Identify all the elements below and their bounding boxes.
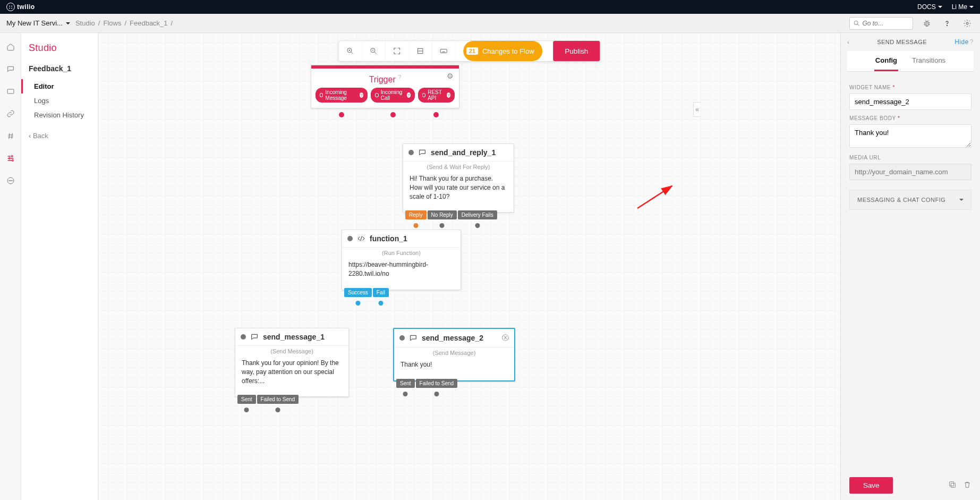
- tab-config[interactable]: Config: [874, 51, 898, 71]
- media-url-input[interactable]: [849, 164, 972, 180]
- config-panel: ‹ SEND MESSAGE Hide? Config Transitions …: [840, 33, 980, 500]
- svg-line-29: [374, 52, 377, 54]
- user-menu[interactable]: Li Me: [952, 3, 974, 11]
- pill-sent[interactable]: Sent: [237, 395, 256, 404]
- twilio-logo-icon: ∷: [6, 3, 15, 11]
- app-switcher[interactable]: My New IT Servi...: [6, 19, 70, 27]
- rail-more-icon[interactable]: [4, 174, 17, 187]
- rail-flow-icon[interactable]: [4, 152, 17, 165]
- zoom-in-icon[interactable]: [339, 41, 362, 61]
- widget-name-input[interactable]: [849, 94, 972, 110]
- trigger-chip-incoming-message[interactable]: Incoming Message?: [316, 88, 368, 103]
- help-icon[interactable]: [941, 17, 953, 30]
- label-widget-name: WIDGET NAME *: [849, 84, 972, 90]
- svg-point-23: [12, 180, 12, 181]
- docs-link[interactable]: DOCS: [917, 3, 942, 11]
- chevron-down-icon: [959, 199, 964, 201]
- nav-editor[interactable]: Editor: [21, 79, 98, 94]
- breadcrumb-flows[interactable]: Flows: [103, 19, 121, 27]
- svg-rect-40: [950, 482, 954, 486]
- input-port[interactable]: [408, 150, 414, 155]
- pill-reply[interactable]: Reply: [405, 210, 427, 219]
- svg-point-10: [947, 25, 947, 26]
- changes-pill[interactable]: 21 Changes to Flow: [463, 41, 543, 61]
- save-button[interactable]: Save: [849, 477, 893, 494]
- side-panel: Studio Feedback_1 Editor Logs Revision H…: [21, 33, 98, 500]
- global-search[interactable]: [849, 17, 913, 30]
- svg-rect-39: [951, 483, 955, 487]
- pill-no-reply[interactable]: No Reply: [428, 210, 457, 219]
- pill-fail[interactable]: Fail: [373, 288, 389, 297]
- svg-line-9: [928, 20, 928, 21]
- gear-icon[interactable]: ⚙: [447, 72, 454, 80]
- debug-icon[interactable]: [921, 17, 933, 30]
- node-function[interactable]: function_1 (Run Function) https://beaver…: [342, 230, 461, 290]
- chat-icon: [418, 148, 427, 157]
- panel-hide[interactable]: Hide?: [955, 38, 974, 46]
- pill-success[interactable]: Success: [344, 288, 372, 297]
- copy-icon[interactable]: [948, 480, 957, 490]
- tab-transitions[interactable]: Transitions: [911, 51, 947, 71]
- flow-name: Feedback_1: [29, 64, 98, 73]
- collapse-panel-icon[interactable]: «: [693, 102, 701, 117]
- keyboard-icon[interactable]: [432, 41, 456, 61]
- node-subtitle: (Send Message): [394, 348, 514, 360]
- trash-icon[interactable]: [963, 480, 972, 490]
- publish-button[interactable]: Publish: [553, 41, 600, 61]
- fit-screen-icon[interactable]: [386, 41, 409, 61]
- flow-canvas[interactable]: 21 Changes to Flow Publish: [98, 33, 840, 500]
- node-send-and-reply[interactable]: send_and_reply_1 (Send & Wait For Reply)…: [403, 143, 514, 213]
- breadcrumb-flow[interactable]: Feedback_1: [130, 19, 168, 27]
- svg-rect-12: [7, 89, 14, 94]
- node-body: https://beaver-hummingbird-2280.twil.io/…: [342, 260, 461, 284]
- rail-chat-icon[interactable]: [4, 63, 17, 75]
- pill-sent[interactable]: Sent: [396, 379, 415, 388]
- breadcrumb-studio[interactable]: Studio: [75, 19, 95, 27]
- input-port[interactable]: [241, 334, 246, 340]
- accordion-messaging-config[interactable]: MESSAGING & CHAT CONFIG: [849, 190, 972, 210]
- node-subtitle: (Run Function): [342, 248, 461, 260]
- node-title: function_1: [370, 234, 455, 243]
- rail-hash-icon[interactable]: [4, 130, 17, 142]
- rail-home-icon[interactable]: [4, 40, 17, 53]
- svg-line-16: [12, 133, 12, 139]
- brand-logo[interactable]: ∷ twilio: [6, 3, 35, 11]
- rail-link-icon[interactable]: [4, 107, 17, 120]
- svg-point-17: [11, 156, 13, 157]
- chevron-down-icon: [969, 6, 974, 8]
- svg-line-4: [924, 22, 925, 23]
- input-port[interactable]: [347, 236, 353, 241]
- panel-heading: Studio: [29, 43, 98, 54]
- svg-line-5: [928, 22, 930, 23]
- trigger-chip-rest-api[interactable]: REST API?: [418, 88, 455, 103]
- pill-failed[interactable]: Failed to Send: [257, 395, 299, 404]
- chevron-down-icon: [938, 6, 942, 8]
- trigger-chip-incoming-call[interactable]: Incoming Call?: [371, 88, 415, 103]
- node-title: send_message_1: [263, 333, 343, 341]
- svg-line-38: [637, 186, 672, 208]
- changes-label: Changes to Flow: [482, 47, 534, 55]
- zoom-out-icon[interactable]: [362, 41, 386, 61]
- search-input[interactable]: [862, 20, 909, 27]
- rail-message-icon[interactable]: [4, 85, 17, 98]
- pill-failed[interactable]: Failed to Send: [416, 379, 458, 388]
- grid-toggle-icon[interactable]: [409, 41, 432, 61]
- settings-icon[interactable]: [961, 17, 974, 30]
- nav-logs[interactable]: Logs: [29, 94, 98, 108]
- trigger-node[interactable]: Trigger ? ⚙ Incoming Message? Incoming C…: [311, 65, 459, 108]
- code-icon: [357, 234, 365, 243]
- svg-line-7: [928, 24, 930, 25]
- back-link[interactable]: ‹ Back: [29, 132, 98, 140]
- close-icon[interactable]: ⓧ: [502, 333, 509, 343]
- nav-revision[interactable]: Revision History: [29, 108, 98, 122]
- node-body: Hi! Thank you for a purchase. How will y…: [403, 174, 514, 206]
- message-body-input[interactable]: [849, 124, 972, 148]
- nav-rail: [0, 33, 21, 500]
- breadcrumb: Studio/ Flows/ Feedback_1/: [75, 19, 173, 27]
- help-icon[interactable]: ?: [398, 74, 401, 80]
- node-send-message-2[interactable]: send_message_2 ⓧ (Send Message) Thank yo…: [393, 328, 515, 382]
- pill-delivery-fails[interactable]: Delivery Fails: [458, 210, 497, 219]
- label-media-url: MEDIA URL: [849, 155, 972, 160]
- input-port[interactable]: [399, 335, 405, 341]
- node-send-message-1[interactable]: send_message_1 (Send Message) Thank you …: [235, 328, 349, 397]
